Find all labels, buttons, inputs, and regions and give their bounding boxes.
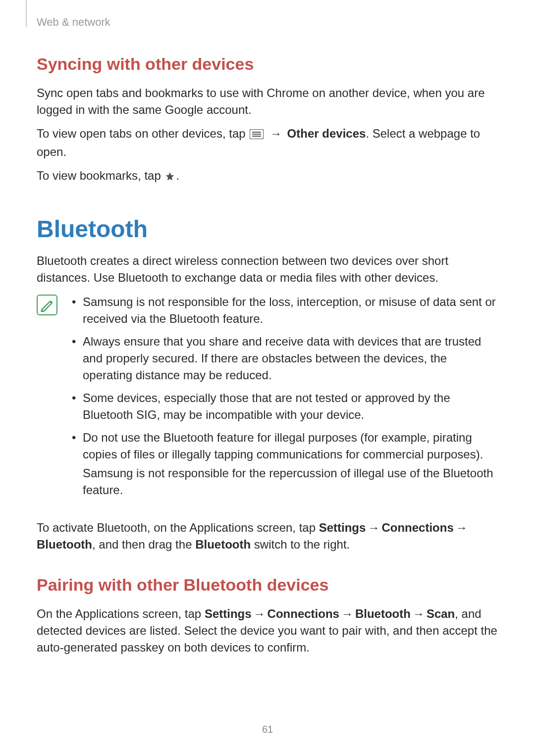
text-bold: Bluetooth bbox=[37, 538, 92, 551]
arrow-icon: → bbox=[368, 519, 379, 536]
heading-pairing: Pairing with other Bluetooth devices bbox=[37, 575, 498, 595]
note-block: Samsung is not responsible for the loss,… bbox=[37, 294, 498, 505]
arrow-icon: → bbox=[341, 605, 353, 622]
arrow-icon: → bbox=[270, 125, 282, 142]
menu-icon bbox=[250, 127, 264, 144]
text-fragment: To activate Bluetooth, on the Applicatio… bbox=[37, 521, 319, 534]
text-bold: Other devices bbox=[287, 127, 366, 140]
bluetooth-activate: To activate Bluetooth, on the Applicatio… bbox=[37, 519, 498, 553]
syncing-p3: To view bookmarks, tap . bbox=[37, 167, 498, 186]
text-bold: Scan bbox=[427, 607, 455, 620]
star-icon bbox=[165, 169, 175, 186]
text-bold: Settings bbox=[319, 521, 366, 534]
text-bold: Connections bbox=[268, 607, 339, 620]
note-list: Samsung is not responsible for the loss,… bbox=[69, 294, 498, 505]
note-item: Always ensure that you share and receive… bbox=[69, 333, 498, 384]
text-bold: Bluetooth bbox=[195, 538, 251, 551]
text-fragment: To view open tabs on other devices, tap bbox=[37, 127, 249, 140]
text-fragment: To view bookmarks, tap bbox=[37, 169, 164, 182]
breadcrumb: Web & network bbox=[37, 16, 110, 29]
arrow-icon: → bbox=[456, 519, 468, 536]
text-fragment: Do not use the Bluetooth feature for ill… bbox=[83, 431, 483, 461]
pairing-p1: On the Applications screen, tap Settings… bbox=[37, 605, 498, 656]
syncing-p2: To view open tabs on other devices, tap … bbox=[37, 125, 498, 160]
bluetooth-intro: Bluetooth creates a direct wireless conn… bbox=[37, 252, 498, 286]
heading-bluetooth: Bluetooth bbox=[37, 215, 498, 243]
note-item: Do not use the Bluetooth feature for ill… bbox=[69, 429, 498, 499]
text-fragment: On the Applications screen, tap bbox=[37, 607, 205, 620]
note-item: Samsung is not responsible for the loss,… bbox=[69, 294, 498, 327]
arrow-icon: → bbox=[413, 605, 425, 622]
note-sub-para: Samsung is not responsible for the reper… bbox=[83, 465, 498, 499]
text-fragment: . bbox=[176, 169, 179, 182]
text-fragment: switch to the right. bbox=[251, 538, 350, 551]
note-icon bbox=[37, 295, 57, 315]
page-content: Syncing with other devices Sync open tab… bbox=[0, 0, 535, 656]
heading-syncing: Syncing with other devices bbox=[37, 54, 498, 74]
text-bold: Bluetooth bbox=[355, 607, 411, 620]
text-bold: Connections bbox=[381, 521, 453, 534]
text-fragment: , and then drag the bbox=[92, 538, 195, 551]
note-icon-column bbox=[37, 294, 69, 505]
page-number: 61 bbox=[0, 724, 535, 735]
arrow-icon: → bbox=[254, 605, 266, 622]
header-rule bbox=[26, 0, 27, 27]
syncing-p1: Sync open tabs and bookmarks to use with… bbox=[37, 85, 498, 118]
text-bold: Settings bbox=[205, 607, 252, 620]
note-item: Some devices, especially those that are … bbox=[69, 390, 498, 423]
